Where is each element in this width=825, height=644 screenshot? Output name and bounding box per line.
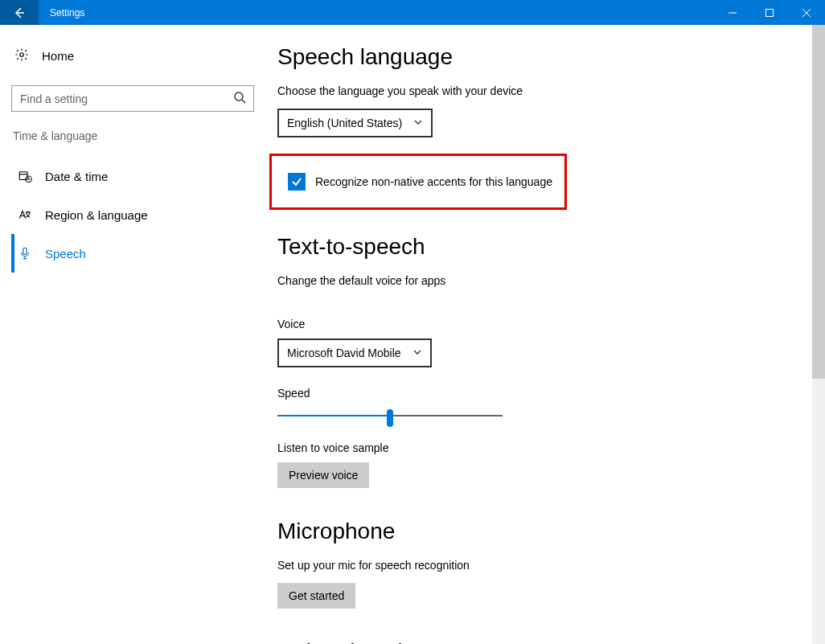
accent-checkbox-label: Recognize non-native accents for this la… <box>315 175 552 188</box>
sidebar-item-label: Speech <box>45 247 86 260</box>
sidebar-item-label: Region & language <box>45 208 148 222</box>
minimize-button[interactable] <box>714 0 751 25</box>
chevron-down-icon <box>413 117 423 129</box>
slider-track-fill <box>277 415 390 416</box>
sidebar-item-speech[interactable]: Speech <box>11 234 254 273</box>
scrollbar[interactable] <box>812 25 825 644</box>
back-button[interactable] <box>0 0 39 25</box>
sidebar-item-region-language[interactable]: Region & language <box>11 195 254 234</box>
speech-language-desc: Choose the language you speak with your … <box>277 84 825 97</box>
maximize-button[interactable] <box>751 0 788 25</box>
speech-language-selected: English (United States) <box>287 117 402 129</box>
svg-rect-7 <box>19 172 27 180</box>
language-icon <box>18 207 32 222</box>
svg-line-11 <box>29 179 31 180</box>
chevron-down-icon <box>412 347 422 359</box>
gear-icon <box>14 47 29 64</box>
speech-language-heading: Speech language <box>277 44 825 70</box>
speech-language-dropdown[interactable]: English (United States) <box>277 109 433 137</box>
microphone-desc: Set up your mic for speech recognition <box>277 559 825 572</box>
svg-rect-1 <box>766 9 774 16</box>
window-title: Settings <box>39 7 84 18</box>
svg-point-4 <box>20 53 24 57</box>
accent-checkbox[interactable] <box>288 173 306 191</box>
sidebar: Home Time & language Date & time Region … <box>0 25 265 644</box>
speed-label: Speed <box>277 387 825 400</box>
scrollbar-thumb[interactable] <box>812 25 825 379</box>
voice-dropdown[interactable]: Microsoft David Mobile <box>277 338 432 367</box>
get-started-button[interactable]: Get started <box>277 583 355 609</box>
listen-label: Listen to voice sample <box>277 441 825 454</box>
search-input[interactable] <box>11 85 254 112</box>
related-settings-heading: Related settings <box>277 639 825 644</box>
voice-label: Voice <box>277 318 825 330</box>
home-nav[interactable]: Home <box>11 43 254 69</box>
accent-highlight: Recognize non-native accents for this la… <box>269 154 567 210</box>
microphone-icon <box>18 246 32 260</box>
slider-thumb[interactable] <box>387 409 393 427</box>
tts-heading: Text-to-speech <box>277 234 825 260</box>
sidebar-item-date-time[interactable]: Date & time <box>11 157 254 195</box>
calendar-clock-icon <box>18 169 32 183</box>
voice-selected: Microsoft David Mobile <box>287 347 401 359</box>
sidebar-section-label: Time & language <box>11 129 254 142</box>
preview-voice-button[interactable]: Preview voice <box>277 462 369 488</box>
close-button[interactable] <box>788 0 825 25</box>
home-label: Home <box>42 49 74 63</box>
search-wrap <box>11 85 254 112</box>
tts-desc: Change the default voice for apps <box>277 274 825 287</box>
titlebar: Settings <box>0 0 825 25</box>
window-controls <box>714 0 825 25</box>
check-icon <box>290 175 303 188</box>
speed-slider[interactable] <box>277 408 503 424</box>
back-arrow-icon <box>13 6 26 19</box>
sidebar-item-label: Date & time <box>45 170 108 183</box>
content: Speech language Choose the language you … <box>265 25 825 644</box>
microphone-heading: Microphone <box>277 519 825 544</box>
svg-rect-13 <box>23 248 27 254</box>
